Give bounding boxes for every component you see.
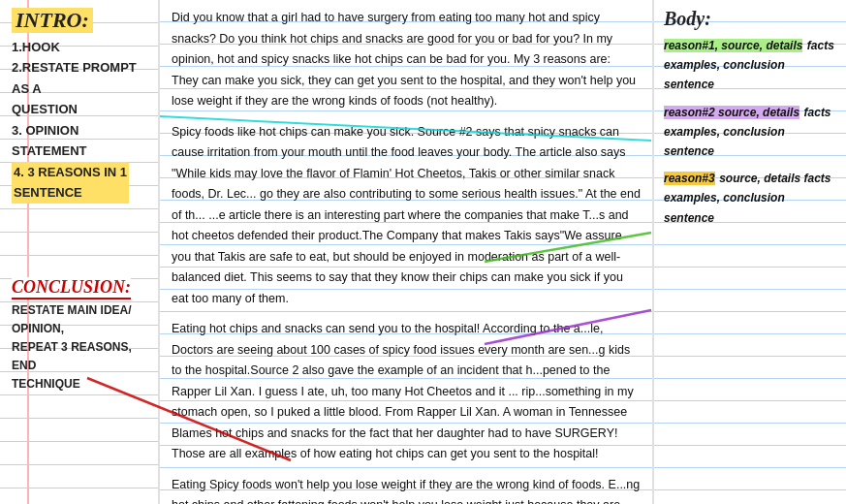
paragraph-reason2: Eating hot chips and snacks can send you… <box>172 319 641 465</box>
right-sidebar: Body: reason#1, source, details facts ex… <box>652 0 846 504</box>
paragraph-intro: Did you know that a girl had to have sur… <box>172 8 641 112</box>
intro-label: Intro: <box>12 8 93 33</box>
sidebar-item-restate: 2.Restate prompt as aquestion <box>12 57 150 119</box>
body-reason2: reason#2 source, details facts examples,… <box>664 103 838 162</box>
sidebar-item-hook: 1.Hook <box>12 37 150 57</box>
paragraph-reason1: Spicy foods like hot chips can make you … <box>172 122 641 310</box>
conclusion-content: Restate main idea/opinion,Repeat 3 reaso… <box>12 301 150 394</box>
body-reason3: reason#3 source, details facts examples,… <box>664 169 838 228</box>
main-content: Did you know that a girl had to have sur… <box>160 0 652 504</box>
left-sidebar: Intro: 1.Hook 2.Restate prompt as aquest… <box>0 0 160 504</box>
reason3-highlight: reason#3 <box>664 172 715 185</box>
sidebar-item-reasons: 4. 3 reasons in 1sentence <box>12 162 129 204</box>
sidebar-item-opinion: 3. OpinionStatement <box>12 120 150 162</box>
paragraph-reason3: Eating Spicy foods won't help you lose w… <box>172 475 641 505</box>
reason2-highlight: reason#2 source, details <box>664 106 799 119</box>
main-text: Did you know that a girl had to have sur… <box>160 0 652 504</box>
conclusion-label: Conclusion: <box>12 277 131 299</box>
body-label: Body: <box>664 8 838 30</box>
body-reason1: reason#1, source, details facts examples… <box>664 36 838 95</box>
reason1-highlight: reason#1, source, details <box>664 39 802 52</box>
